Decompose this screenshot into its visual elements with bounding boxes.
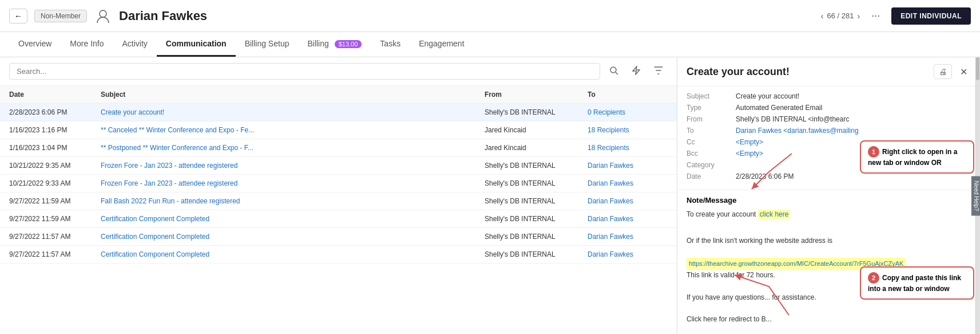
row-date: 1/16/2023 1:04 PM — [9, 144, 101, 152]
row-from: Shelly's DB INTERNAL — [485, 179, 588, 187]
category-label: Category — [687, 161, 732, 169]
header: ← Non-Member Darian Fawkes ‹ 66 / 281 › … — [0, 0, 980, 32]
tab-communication[interactable]: Communication — [157, 32, 236, 57]
edit-individual-button[interactable]: EDIT INDIVIDUAL — [891, 7, 971, 25]
row-to[interactable]: 18 Recipients — [588, 126, 668, 134]
row-subject[interactable]: ** Postponed ** Winter Conference and Ex… — [101, 144, 485, 152]
col-to: To — [588, 91, 668, 99]
click-here-link[interactable]: click here — [758, 210, 791, 219]
from-label: From — [687, 115, 732, 123]
prev-button[interactable]: ‹ — [821, 11, 824, 21]
panel-actions: 🖨 ✕ — [934, 64, 971, 79]
tab-overview[interactable]: Overview — [9, 32, 61, 57]
navigation-arrows: ‹ 66 / 281 › — [821, 11, 860, 21]
field-from: From Shelly's DB INTERNAL <info@thearc — [687, 115, 971, 123]
table-row[interactable]: 10/21/2022 9:35 AM Frozen Fore - Jan 202… — [0, 157, 677, 175]
note-title: Note/Message — [687, 196, 971, 205]
row-subject[interactable]: Certification Component Completed — [101, 215, 485, 223]
to-label: To — [687, 127, 732, 135]
table-row[interactable]: 10/21/2022 9:33 AM Frozen Fore - Jan 202… — [0, 175, 677, 192]
type-value: Automated Generated Email — [736, 104, 971, 112]
scrollbar-thumb[interactable] — [976, 57, 979, 80]
search-input[interactable] — [9, 63, 600, 80]
member-badge: Non-Member — [34, 10, 87, 22]
tab-activity[interactable]: Activity — [113, 32, 157, 57]
back-button[interactable]: ← — [9, 9, 27, 23]
row-to[interactable]: 0 Recipients — [588, 108, 668, 116]
field-type: Type Automated Generated Email — [687, 104, 971, 112]
date-label: Date — [687, 172, 732, 180]
row-to[interactable]: Darian Fawkes — [588, 250, 668, 258]
side-panel: Create your account! 🖨 ✕ Subject Create … — [677, 57, 980, 334]
more-options-button[interactable]: ··· — [867, 9, 884, 23]
row-date: 9/27/2022 11:57 AM — [9, 250, 101, 258]
panel-fields: Subject Create your account! Type Automa… — [677, 87, 980, 190]
tab-engagement[interactable]: Engagement — [410, 32, 473, 57]
tab-billing[interactable]: Billing $13.00 — [298, 32, 371, 57]
print-button[interactable]: 🖨 — [934, 64, 952, 79]
row-to[interactable]: Darian Fawkes — [588, 162, 668, 170]
callout-2: 2Copy and paste this link into a new tab… — [860, 266, 974, 300]
to-value[interactable]: Darian Fawkes <darian.fawkes@mailing — [736, 127, 971, 135]
row-from: Shelly's DB INTERNAL — [485, 233, 588, 241]
next-button[interactable]: › — [857, 11, 860, 21]
page-counter: 66 / 281 — [827, 11, 854, 20]
subject-label: Subject — [687, 92, 732, 100]
flash-button[interactable] — [628, 64, 645, 80]
table-row[interactable]: 9/27/2022 11:57 AM Certification Compone… — [0, 246, 677, 264]
content-area: Date Subject From To 2/28/2023 6:06 PM C… — [0, 57, 980, 334]
row-subject[interactable]: Fall Bash 2022 Fun Run - attendee regist… — [101, 197, 485, 205]
type-label: Type — [687, 104, 732, 112]
panel-note: Note/Message To create your account clic… — [677, 190, 980, 334]
table-row[interactable]: 1/16/2023 1:16 PM ** Canceled ** Winter … — [0, 121, 677, 139]
row-to[interactable]: Darian Fawkes — [588, 233, 668, 241]
row-subject[interactable]: Frozen Fore - Jan 2023 - attendee regist… — [101, 162, 485, 170]
row-subject[interactable]: Create your account! — [101, 108, 485, 116]
from-value: Shelly's DB INTERNAL <info@thearc — [736, 115, 971, 123]
field-to: To Darian Fawkes <darian.fawkes@mailing — [687, 127, 971, 135]
row-to[interactable]: Darian Fawkes — [588, 197, 668, 205]
row-from: Shelly's DB INTERNAL — [485, 108, 588, 116]
tab-billing-setup[interactable]: Billing Setup — [236, 32, 299, 57]
row-date: 9/27/2022 11:59 AM — [9, 215, 101, 223]
col-from: From — [485, 91, 588, 99]
row-to[interactable]: Darian Fawkes — [588, 179, 668, 187]
callout-1: 1Right click to open in a new tab or win… — [860, 140, 974, 174]
row-from: Shelly's DB INTERNAL — [485, 215, 588, 223]
svg-line-2 — [616, 72, 618, 74]
tab-tasks[interactable]: Tasks — [371, 32, 410, 57]
row-to[interactable]: 18 Recipients — [588, 144, 668, 152]
table-row[interactable]: 9/27/2022 11:59 AM Certification Compone… — [0, 210, 677, 228]
date-value: 2/28/2023 6:06 PM — [736, 172, 971, 180]
table-row[interactable]: 1/16/2023 1:04 PM ** Postponed ** Winter… — [0, 139, 677, 157]
table-header: Date Subject From To — [0, 86, 677, 104]
search-button[interactable] — [605, 64, 623, 80]
row-from: Jared Kincaid — [485, 144, 588, 152]
row-subject[interactable]: Certification Component Completed — [101, 250, 485, 258]
row-date: 2/28/2023 6:06 PM — [9, 108, 101, 116]
tab-navigation: Overview More Info Activity Communicatio… — [0, 32, 980, 57]
person-name: Darian Fawkes — [119, 9, 814, 23]
close-panel-button[interactable]: ✕ — [957, 65, 971, 78]
svg-point-1 — [610, 67, 616, 73]
table-row[interactable]: 9/27/2022 11:59 AM Fall Bash 2022 Fun Ru… — [0, 192, 677, 210]
row-date: 1/16/2023 1:16 PM — [9, 126, 101, 134]
field-date: Date 2/28/2023 6:06 PM — [687, 172, 971, 180]
row-from: Jared Kincaid — [485, 126, 588, 134]
row-date: 9/27/2022 11:59 AM — [9, 197, 101, 205]
row-from: Shelly's DB INTERNAL — [485, 197, 588, 205]
table-row[interactable]: 9/27/2022 11:57 AM Certification Compone… — [0, 228, 677, 246]
cc-label: Cc — [687, 138, 732, 146]
billing-badge: $13.00 — [335, 40, 362, 48]
tab-more-info[interactable]: More Info — [61, 32, 113, 57]
help-tab[interactable]: Need Help? — [971, 176, 980, 215]
table-row[interactable]: 2/28/2023 6:06 PM Create your account! S… — [0, 104, 677, 121]
row-to[interactable]: Darian Fawkes — [588, 215, 668, 223]
row-date: 9/27/2022 11:57 AM — [9, 233, 101, 241]
row-subject[interactable]: Certification Component Completed — [101, 233, 485, 241]
row-subject[interactable]: ** Canceled ** Winter Conference and Exp… — [101, 126, 485, 134]
search-bar — [0, 57, 677, 86]
filter-button[interactable] — [649, 64, 668, 79]
subject-value: Create your account! — [736, 92, 971, 100]
row-subject[interactable]: Frozen Fore - Jan 2023 - attendee regist… — [101, 179, 485, 187]
